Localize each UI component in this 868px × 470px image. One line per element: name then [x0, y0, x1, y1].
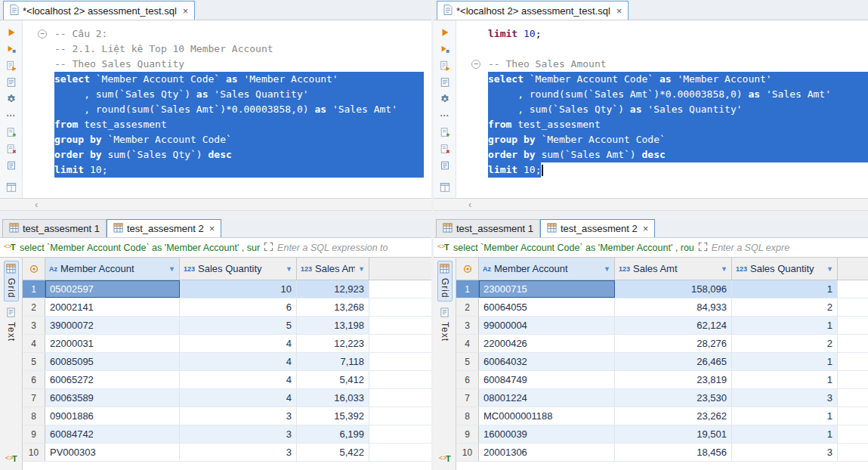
table-row[interactable]: 339000072513,198	[23, 317, 431, 335]
code-line[interactable]: , sum(`Sales Qty`) as 'Sales Quantity'	[23, 87, 431, 102]
grid-cell[interactable]: 1	[732, 353, 838, 370]
code-line[interactable]: group by `Member Account Code`	[456, 132, 868, 147]
grid-cell[interactable]: 2	[732, 335, 838, 352]
grid-cell[interactable]: 39000072	[45, 317, 180, 334]
grid-cell[interactable]: 3	[732, 389, 838, 407]
row-number[interactable]: 7	[23, 389, 45, 407]
grid-cell[interactable]: 13,198	[297, 317, 369, 334]
grid-cell[interactable]: 23,819	[615, 371, 732, 388]
grid-cell[interactable]: 84,933	[615, 298, 732, 316]
row-number[interactable]: 5	[23, 353, 45, 370]
grid-cell[interactable]: 1	[732, 425, 838, 443]
grid-cell[interactable]: 16000039	[479, 425, 615, 443]
grid-cell[interactable]: 3	[180, 444, 297, 461]
grid-cell[interactable]: 60063589	[45, 389, 180, 407]
row-number[interactable]: 2	[456, 298, 479, 316]
grid-cell[interactable]: 1	[732, 280, 838, 298]
grid-cell[interactable]: 26,465	[615, 353, 732, 370]
fold-collapse-icon[interactable]: −	[38, 29, 47, 39]
code-line[interactable]: from test_assesment	[23, 117, 431, 132]
row-number[interactable]: 4	[23, 335, 45, 352]
grid-cell[interactable]: 1	[732, 407, 838, 425]
result-tab-2[interactable]: test_assesment 2 ×	[540, 219, 655, 237]
row-number[interactable]: 5	[456, 353, 479, 370]
scroll-left-arrow[interactable]: ‹	[35, 199, 38, 210]
table-row[interactable]: 220002141613,268	[23, 298, 431, 317]
explain-plan-icon[interactable]	[5, 76, 17, 88]
grid-cell[interactable]: 2	[732, 298, 838, 316]
grid-cell[interactable]: 6,199	[297, 425, 369, 443]
horizontal-scrollbar[interactable]: ‹	[434, 199, 868, 211]
column-header-member-account[interactable]: AzMember Account▼	[45, 258, 180, 280]
table-row[interactable]: 56006403226,4651	[456, 353, 868, 371]
grid-cell[interactable]: 28,276	[615, 335, 732, 352]
fold-collapse-icon[interactable]: −	[471, 60, 480, 69]
grid-cell[interactable]: 15,392	[297, 407, 369, 425]
close-tab-icon[interactable]: ×	[643, 223, 649, 234]
grid-cell[interactable]: 23000715	[479, 280, 615, 298]
close-tab-icon[interactable]: ×	[183, 5, 189, 17]
scroll-left-arrow[interactable]: ‹	[468, 199, 471, 210]
table-row[interactable]: 91600003919,5011	[456, 425, 868, 444]
result-tab-1[interactable]: test_assesment 1	[436, 219, 540, 237]
code-line[interactable]: , sum(`Sales Qty`) as 'Sales Quantity'	[456, 102, 868, 117]
sql-editor-tab[interactable]: *<localhost 2> assessment_test.sql ×	[437, 1, 629, 20]
grid-cell[interactable]: 7,118	[297, 353, 369, 370]
explain-plan-icon[interactable]	[439, 76, 451, 88]
split-view-icon[interactable]	[439, 181, 451, 193]
grid-cell[interactable]: 12,923	[297, 280, 369, 298]
grid-cell[interactable]: 6	[180, 298, 297, 316]
grid-cell[interactable]: 1	[732, 317, 838, 334]
filter-query-text[interactable]: select `Member Account Code` as 'Member …	[20, 243, 260, 253]
table-row[interactable]: 123000715158,0961	[456, 280, 868, 298]
filter-bar[interactable]: <>T select `Member Account Code` as 'Mem…	[0, 238, 431, 258]
grid-cell[interactable]: 4	[180, 353, 297, 370]
grid-cell[interactable]: MC0000001188	[479, 407, 615, 425]
grid-cell[interactable]: 3	[180, 425, 297, 443]
code-line[interactable]: -- Theo Sales Quantity	[23, 57, 431, 72]
grid-cell[interactable]: 18,456	[615, 444, 732, 461]
row-number[interactable]: 1	[23, 280, 45, 298]
table-row[interactable]: 66008474923,8191	[456, 371, 868, 389]
grid-cell[interactable]: 99000004	[479, 317, 615, 334]
horizontal-scrollbar[interactable]: ‹	[0, 199, 431, 211]
table-row[interactable]: 102000130618,4563	[456, 444, 868, 462]
grid-cell[interactable]: 5	[180, 317, 297, 334]
code-line[interactable]: select `Member Account Code` as 'Member …	[456, 72, 868, 87]
open-script-icon[interactable]	[5, 159, 17, 172]
execute-script-icon[interactable]	[5, 60, 17, 72]
table-row[interactable]: 39900000462,1241	[456, 317, 868, 335]
code-line[interactable]: order by sum(`Sales Amt`) desc	[456, 147, 868, 162]
side-tab-grid[interactable]: Grid	[437, 261, 453, 301]
value-viewer-icon[interactable]: <>T	[439, 453, 451, 465]
row-number[interactable]: 9	[23, 425, 45, 443]
grid-cell[interactable]: PV000303	[45, 444, 180, 461]
table-row[interactable]: 1050025971012,923	[23, 280, 431, 298]
grid-cell[interactable]: 1	[732, 371, 838, 388]
code-line[interactable]: group by `Member Account Code`	[23, 132, 431, 147]
code-line[interactable]: select `Member Account Code` as 'Member …	[23, 72, 431, 87]
filter-bar[interactable]: <>T select `Member Account Code` as 'Mem…	[434, 238, 868, 258]
row-number[interactable]: 2	[23, 298, 45, 316]
row-number[interactable]: 3	[23, 317, 45, 334]
row-number[interactable]: 7	[456, 389, 479, 407]
value-viewer-icon[interactable]: <>T	[5, 453, 17, 465]
row-number[interactable]: 4	[456, 335, 479, 352]
filter-icon[interactable]: <>T	[437, 241, 449, 254]
result-tab-1[interactable]: test_assesment 1	[2, 219, 107, 237]
code-line[interactable]: from test_assesment	[456, 117, 868, 132]
close-tab-icon[interactable]: ×	[616, 5, 622, 17]
row-number[interactable]: 9	[456, 425, 479, 443]
grid-cell[interactable]: 19,501	[615, 425, 732, 443]
grid-cell[interactable]: 20001306	[479, 444, 615, 461]
grid-cell[interactable]: 4	[180, 389, 297, 407]
grid-cell[interactable]: 09001886	[45, 407, 180, 425]
table-row[interactable]: 760063589416,033	[23, 389, 431, 407]
code-line[interactable]: , round(sum(`Sales Amt`)*0.00003858,0) a…	[456, 87, 868, 102]
row-number[interactable]: 1	[456, 280, 479, 298]
table-row[interactable]: 42200042628,2762	[456, 335, 868, 353]
grid-cell[interactable]: 5,412	[297, 371, 369, 388]
filter-icon[interactable]: <>T	[4, 241, 16, 254]
column-menu-icon[interactable]: ▼	[721, 265, 727, 273]
open-script-icon[interactable]	[439, 159, 451, 172]
